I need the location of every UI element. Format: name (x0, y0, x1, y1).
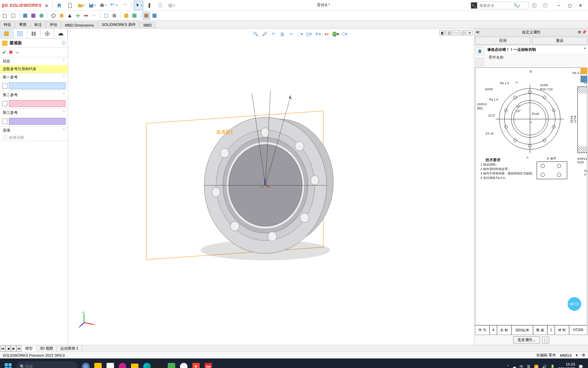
taskpane-gear-icon[interactable]: ⚙ (578, 30, 581, 34)
tab-evaluate[interactable]: 评估 (46, 21, 61, 28)
task-solidworks[interactable]: SW (202, 361, 214, 368)
tab-nav-prev[interactable]: ◀ (5, 346, 11, 352)
task-app-6[interactable] (165, 361, 178, 368)
start-button[interactable] (2, 361, 14, 368)
bottom-tab-3dview[interactable]: 3D 视图 (36, 345, 57, 352)
tool-btn-14[interactable] (122, 12, 130, 19)
ref3-field[interactable] (9, 118, 66, 125)
tool-btn-11[interactable] (91, 12, 98, 19)
apply-button[interactable]: 应用 (475, 37, 530, 45)
zoom-area-icon[interactable]: 🔎 (261, 30, 269, 38)
ref1-section-header[interactable]: 第一参考˄ (0, 73, 68, 81)
vp-btn-1[interactable]: ◧ (439, 30, 445, 35)
command-search[interactable]: 🔍 ▾ (478, 2, 529, 9)
tool-btn-7[interactable] (58, 12, 65, 19)
options-list-icon[interactable] (156, 1, 165, 10)
tool-btn-8[interactable] (66, 12, 74, 19)
display-style-icon[interactable]: ◫▾ (305, 30, 313, 38)
scene-icon[interactable]: ▾ (331, 30, 340, 38)
tab-nav-next[interactable]: ▶ (11, 346, 16, 352)
task-edge[interactable] (141, 361, 153, 368)
property-tab[interactable] (14, 29, 27, 39)
tray-notifications-icon[interactable]: 💬 (578, 365, 583, 368)
ref2-field[interactable] (9, 100, 66, 107)
status-icon-2[interactable]: ⚙ (582, 353, 585, 357)
section-view-icon[interactable]: ▥ (278, 30, 287, 38)
redo-icon[interactable] (120, 1, 129, 10)
tray-chevron-icon[interactable]: ˄ (507, 365, 509, 368)
strip-tab-1[interactable] (581, 67, 587, 74)
search-icon[interactable]: 🔍 (513, 3, 519, 8)
cmd-prompt-icon[interactable]: >_ (471, 2, 477, 9)
tray-ime-2[interactable]: 英 (527, 364, 530, 368)
tool-btn-16[interactable] (143, 12, 150, 19)
tool-btn-17[interactable] (151, 12, 158, 19)
ref1-field[interactable] (9, 82, 66, 89)
task-app-8[interactable]: P (190, 361, 202, 368)
config-tab[interactable] (27, 29, 41, 39)
tray-volume-icon[interactable]: 🔊 (542, 365, 547, 368)
tool-btn-6[interactable] (50, 12, 57, 19)
more-properties-button[interactable]: 更多属性... (513, 336, 540, 343)
dynamic-section-icon[interactable]: ✂ (287, 30, 295, 38)
ok-button[interactable]: ✔ (2, 49, 6, 56)
maximize-button[interactable]: ▢ (564, 1, 575, 10)
save-icon[interactable]: ▾ (87, 1, 97, 10)
cancel-button[interactable]: ✖ (9, 49, 13, 56)
tool-btn-1[interactable] (1, 12, 9, 19)
settings-gear-icon[interactable]: ▾ (166, 1, 176, 10)
tool-btn-2[interactable] (10, 12, 17, 19)
close-button[interactable]: ✕ (575, 1, 586, 10)
open-icon[interactable]: ▾ (76, 1, 86, 10)
vp-close[interactable]: ✕ (467, 30, 473, 35)
section-collapse-icon[interactable]: ˄ (584, 47, 586, 52)
tray-onedrive-icon[interactable]: ☁ (512, 365, 516, 368)
app-menu-arrow[interactable]: ▶ (46, 3, 49, 8)
options-section-header[interactable]: 选项˄ (0, 126, 68, 134)
help-icon[interactable]: ? (540, 1, 550, 10)
dimxpert-tab[interactable] (40, 29, 54, 39)
appearance-icon[interactable]: ●▾ (323, 30, 331, 38)
minimize-button[interactable]: ─ (553, 1, 564, 10)
tool-btn-9[interactable] (74, 12, 82, 19)
ref2-entity-icon[interactable] (2, 101, 7, 106)
print-icon[interactable]: ▾ (98, 1, 108, 10)
taskpane-home-icon[interactable] (476, 47, 484, 55)
feature-tree-tab[interactable] (0, 29, 14, 39)
task-app-7[interactable] (178, 361, 190, 368)
tab-mbd[interactable]: MBD (140, 22, 156, 28)
ref3-section-header[interactable]: 第三参考˄ (0, 109, 68, 117)
vp-minimize[interactable]: ─ (453, 30, 459, 35)
more-props-icon[interactable]: ⬚ (542, 337, 549, 343)
tool-btn-10[interactable] (82, 12, 90, 19)
zoom-fit-icon[interactable]: 🔍 (252, 30, 260, 38)
taskpane-collapse-icon[interactable]: ≪ (476, 30, 480, 34)
vp-btn-2[interactable]: ◫ (446, 30, 452, 35)
vp-restore[interactable]: ▢ (460, 30, 466, 35)
reset-button[interactable]: 重设 (532, 37, 587, 45)
task-app-1[interactable] (80, 361, 92, 368)
task-app-4[interactable] (116, 361, 129, 368)
tray-ime-1[interactable]: 中 (520, 364, 523, 368)
select-icon[interactable]: ▾ (134, 1, 143, 10)
display-tab[interactable] (54, 29, 68, 39)
taskbar-search[interactable]: 🔍 (16, 361, 78, 368)
ref3-entity-icon[interactable] (2, 119, 7, 124)
reverse-normal-checkbox[interactable] (3, 135, 7, 140)
pm-help-icon[interactable]: ⓘ (62, 40, 66, 46)
task-explorer[interactable] (129, 361, 141, 368)
tab-addins[interactable]: SOLIDWORKS 插件 (98, 21, 140, 28)
graphics-viewport[interactable]: 🔍 🔎 ↶ ▥ ✂ ⬚▾ ◫▾ 👁▾ ●▾ ▾ 🖵▾ ◧ ◫ ─ ▢ ✕ (68, 29, 474, 345)
tab-nav-first[interactable]: ⏮ (0, 346, 5, 352)
search-dropdown-icon[interactable]: ▾ (519, 4, 520, 7)
orientation-triad[interactable]: y x z (79, 311, 96, 328)
bottom-tab-model[interactable]: 模型 (22, 345, 36, 352)
tab-annotate[interactable]: 标注 (31, 21, 46, 28)
hide-show-icon[interactable]: 👁▾ (314, 30, 322, 38)
tray-battery-icon[interactable]: 🔋 (550, 365, 555, 368)
pushpin-icon[interactable]: ⇥ (15, 50, 18, 55)
traffic-light-icon[interactable] (145, 1, 154, 10)
tool-btn-5[interactable] (38, 12, 45, 19)
task-app-5[interactable] (153, 361, 165, 368)
ref2-section-header[interactable]: 第二参考˄ (0, 91, 68, 99)
